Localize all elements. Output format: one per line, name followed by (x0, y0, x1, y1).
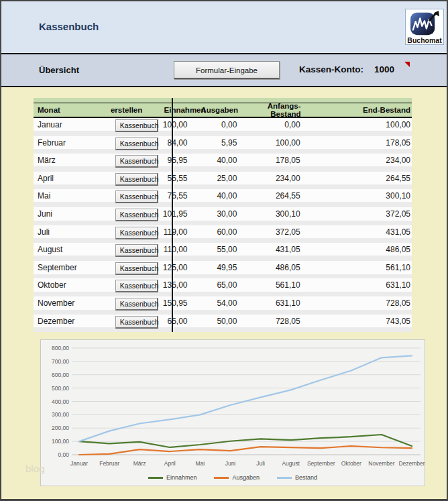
month-label: April (34, 172, 93, 190)
anfangs-bestand-value: 486,05 (237, 261, 300, 279)
table-body: JanuarKassenbuch100,000,000,00100,00Febr… (34, 118, 412, 332)
anfangs-bestand-value: 100,00 (237, 136, 300, 154)
month-label: Januar (34, 118, 93, 136)
anfangs-bestand-value: 264,55 (237, 189, 300, 207)
end-bestand-value: 631,10 (300, 278, 412, 296)
x-tick-label: Oktober (341, 460, 361, 467)
einnahmen-value: 125,00 (162, 261, 188, 279)
einnahmen-value: 100,00 (162, 118, 188, 136)
kassenbuch-button[interactable]: Kassenbuch (115, 227, 158, 239)
watermark: blog (25, 463, 44, 474)
kassenbuch-button[interactable]: Kassenbuch (115, 155, 158, 168)
x-tick-label: September (307, 460, 335, 467)
kassenbuch-button[interactable]: Kassenbuch (115, 262, 158, 275)
ausgaben-value: 5,95 (188, 136, 237, 154)
kassenbuch-button[interactable]: Kassenbuch (115, 119, 158, 132)
series-line-bestand (79, 355, 412, 441)
kassenbuch-button[interactable]: Kassenbuch (115, 137, 158, 150)
erstellen-cell: Kassenbuch (93, 207, 162, 225)
kassenbuch-app-window: Kassenbuch Buchomat Übersicht Formula (0, 0, 448, 501)
ausgaben-value: 65,00 (188, 278, 237, 296)
ausgaben-value: 60,00 (188, 225, 237, 243)
table-row: JuliKassenbuch119,0060,00372,05431,05 (34, 225, 412, 243)
anfangs-bestand-value: 431,05 (237, 243, 300, 261)
series-line-einnahmen (79, 435, 412, 447)
end-bestand-value: 234,00 (300, 154, 412, 172)
ausgaben-value: 50,00 (188, 315, 237, 333)
table-header-row: Monat erstellen Einnahmen Ausgaben Anfan… (34, 103, 412, 118)
erstellen-cell: Kassenbuch (93, 243, 162, 261)
erstellen-cell: Kassenbuch (93, 189, 162, 207)
table-row: DezemberKassenbuch65,0050,00728,05743,05 (34, 315, 412, 333)
end-bestand-value: 300,10 (300, 189, 412, 207)
header-einnahmen: Einnahmen (161, 106, 189, 114)
month-label: November (34, 296, 93, 315)
y-tick-label: 700,00 (52, 358, 69, 365)
y-tick-label: 200,00 (52, 425, 69, 431)
table-row: JuniKassenbuch101,9530,00300,10372,05 (34, 207, 412, 225)
page-title: Kassenbuch (39, 21, 99, 32)
stock-chart-arrow-icon (409, 10, 440, 37)
app-header: Kassenbuch Buchomat (1, 1, 447, 53)
y-tick-label: 300,00 (52, 411, 69, 418)
view-label: Übersicht (39, 65, 79, 75)
erstellen-cell: Kassenbuch (93, 118, 162, 136)
end-bestand-value: 486,05 (300, 243, 412, 261)
end-bestand-value: 264,55 (300, 172, 412, 190)
month-label: März (34, 154, 93, 172)
table-row: AprilKassenbuch55,5525,00234,00264,55 (34, 172, 412, 190)
einnahmen-value: 95,95 (162, 154, 188, 172)
einnahmen-value: 65,00 (162, 315, 188, 333)
legend-label: Einnahmen (166, 474, 197, 481)
table-row: FebruarKassenbuch84,005,95100,00178,05 (34, 136, 412, 154)
month-label: Dezember (34, 315, 93, 333)
kassenbuch-button[interactable]: Kassenbuch (115, 280, 158, 292)
kassenbuch-button[interactable]: Kassenbuch (115, 316, 158, 329)
header-monat: Monat (34, 106, 93, 114)
ausgaben-value: 55,00 (188, 243, 237, 261)
einnahmen-value: 84,00 (162, 136, 188, 154)
anfangs-bestand-value: 372,05 (237, 225, 300, 243)
erstellen-cell: Kassenbuch (93, 172, 162, 190)
column-divider (172, 98, 173, 332)
table-row: OktoberKassenbuch135,0065,00561,10631,10 (34, 278, 412, 296)
table-row: MaiKassenbuch75,5540,00264,55300,10 (34, 189, 412, 207)
end-bestand-value: 100,00 (300, 118, 412, 136)
kassenbuch-button[interactable]: Kassenbuch (115, 298, 158, 311)
einnahmen-value: 110,00 (162, 243, 188, 261)
comment-marker-icon (404, 62, 410, 67)
anfangs-bestand-value: 0,00 (237, 118, 300, 136)
end-bestand-value: 372,05 (300, 207, 412, 225)
kassenbuch-chart: 0,00100,00200,00300,00400,00500,00600,00… (40, 339, 425, 486)
kassenbuch-button[interactable]: Kassenbuch (115, 173, 158, 186)
legend-label: Ausgaben (232, 474, 260, 481)
kassenbuch-button[interactable]: Kassenbuch (115, 209, 158, 221)
y-tick-label: 400,00 (52, 398, 69, 405)
kassenbuch-button[interactable]: Kassenbuch (115, 190, 158, 203)
anfangs-bestand-value: 561,10 (237, 278, 300, 296)
table-row: SeptemberKassenbuch125,0049,95486,05561,… (34, 261, 412, 279)
month-label: Juni (34, 207, 93, 225)
x-tick-label: März (133, 460, 146, 467)
y-tick-label: 800,00 (52, 345, 69, 351)
end-bestand-value: 178,05 (300, 136, 412, 154)
kassen-konto-value: 1000 (374, 64, 394, 74)
month-label: Februar (34, 136, 93, 154)
legend-item: Ausgaben (214, 474, 260, 481)
legend-swatch (148, 477, 163, 479)
erstellen-cell: Kassenbuch (93, 154, 162, 172)
table-row: AugustKassenbuch110,0055,00431,05486,05 (34, 243, 412, 261)
month-label: August (34, 243, 93, 261)
x-tick-label: Mai (196, 460, 205, 467)
month-label: September (34, 261, 93, 279)
table-row: MärzKassenbuch95,9540,00178,05234,00 (34, 154, 412, 172)
line-chart-plot: 0,00100,00200,00300,00400,00500,00600,00… (41, 340, 425, 486)
formular-eingabe-button[interactable]: Formular-Eingabe (174, 61, 280, 79)
x-tick-label: November (368, 460, 394, 467)
anfangs-bestand-value: 300,10 (237, 207, 300, 225)
y-tick-label: 600,00 (52, 372, 69, 378)
month-label: Mai (34, 189, 93, 207)
erstellen-cell: Kassenbuch (93, 136, 162, 154)
kassenbuch-button[interactable]: Kassenbuch (115, 244, 158, 257)
legend-label: Bestand (295, 474, 317, 481)
